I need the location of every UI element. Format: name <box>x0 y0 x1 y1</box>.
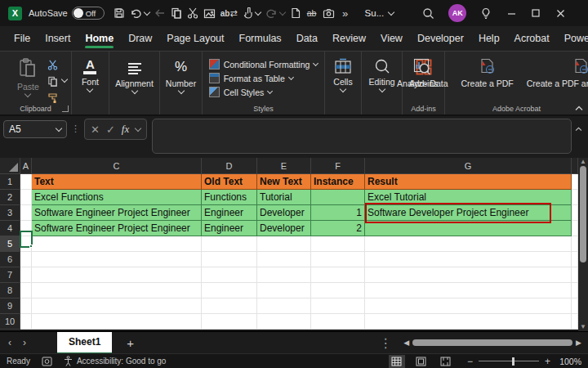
cell-A7[interactable] <box>20 267 32 283</box>
row-header-6[interactable]: 6 <box>0 252 20 267</box>
cell-E6[interactable] <box>257 252 311 267</box>
row-header-2[interactable]: 2 <box>0 190 20 205</box>
column-header-C[interactable]: C <box>32 158 202 174</box>
menu-tab-review[interactable]: Review <box>325 27 373 51</box>
cells-menu-button[interactable]: Cells <box>327 55 359 95</box>
select-all-corner[interactable] <box>0 158 20 174</box>
cell-sliver-8[interactable] <box>572 283 578 298</box>
cell-A3[interactable] <box>20 205 32 221</box>
cell-D10[interactable] <box>202 314 257 330</box>
undo-button[interactable] <box>127 2 152 25</box>
cell-C2[interactable]: Excel Functions <box>32 190 202 205</box>
row-header-10[interactable]: 10 <box>0 314 20 330</box>
cell-sliver-10[interactable] <box>572 314 578 330</box>
cell-D5[interactable] <box>202 236 257 252</box>
spreadsheet-grid[interactable]: ACDEFG1TextOld TextNew TextInstanceResul… <box>0 158 578 331</box>
cut-button-ribbon[interactable] <box>46 59 60 71</box>
expand-formula-bar-button[interactable] <box>572 119 585 132</box>
cell-E3[interactable]: Developer <box>257 205 311 221</box>
scroll-up-icon[interactable]: ▲ <box>580 159 586 165</box>
copy-button[interactable] <box>168 2 185 25</box>
cell-A10[interactable] <box>20 314 32 330</box>
cell-E7[interactable] <box>257 267 311 283</box>
cell-D4[interactable]: Engineer <box>202 221 257 236</box>
accessibility-status[interactable]: Accessibility: Good to go <box>77 357 167 366</box>
cell-C7[interactable] <box>32 267 202 283</box>
fill-handle[interactable] <box>29 245 33 248</box>
cell-D8[interactable] <box>202 283 257 298</box>
zoom-level[interactable]: 100% <box>557 357 581 366</box>
cell-sliver-5[interactable] <box>572 236 578 252</box>
create-pdf-share-button[interactable]: Create a PDF and Share link <box>520 55 588 92</box>
cell-A1[interactable] <box>20 174 32 190</box>
search-button[interactable] <box>420 2 437 25</box>
cell-sliver-1[interactable] <box>572 174 578 190</box>
clipboard-dialog-launcher[interactable] <box>62 105 69 112</box>
accessibility-icon[interactable] <box>64 356 73 366</box>
cell-G8[interactable] <box>365 283 572 298</box>
cell-F10[interactable] <box>311 314 365 330</box>
cell-A2[interactable] <box>20 190 32 205</box>
menu-tab-developer[interactable]: Developer <box>410 27 471 51</box>
cell-A8[interactable] <box>20 283 32 298</box>
close-button[interactable] <box>548 2 572 25</box>
cell-sliver-9[interactable] <box>572 298 578 314</box>
cell-C10[interactable] <box>32 314 202 330</box>
zoom-slider[interactable] <box>479 361 539 362</box>
menu-tab-formulas[interactable]: Formulas <box>232 27 289 51</box>
menu-tab-data[interactable]: Data <box>289 27 325 51</box>
cell-G10[interactable] <box>365 314 572 330</box>
cell-A9[interactable] <box>20 298 32 314</box>
cell-C3[interactable]: Software Engineer Project Engineer <box>32 205 202 221</box>
cell-styles-button[interactable]: Cell Styles <box>209 87 318 97</box>
cell-E1[interactable]: New Text <box>257 174 311 190</box>
menu-tab-insert[interactable]: Insert <box>38 27 78 51</box>
normal-view-button[interactable] <box>389 355 405 368</box>
cell-D7[interactable] <box>202 267 257 283</box>
more-commands-button[interactable]: » <box>337 2 354 25</box>
cell-F5[interactable] <box>311 236 365 252</box>
find-replace-button[interactable]: ab⇄ <box>218 2 240 25</box>
cell-D9[interactable] <box>202 298 257 314</box>
paste-picture-button[interactable] <box>201 2 218 25</box>
minimize-button[interactable] <box>499 2 523 25</box>
zoom-out-button[interactable]: − <box>467 356 473 367</box>
page-layout-view-button[interactable] <box>413 355 430 368</box>
column-header-D[interactable]: D <box>202 158 257 174</box>
create-pdf-button[interactable]: Create a PDF <box>455 55 520 92</box>
column-header-F[interactable]: F <box>311 158 365 174</box>
cell-G9[interactable] <box>365 298 572 314</box>
cell-F9[interactable] <box>311 298 365 314</box>
save-button[interactable] <box>111 2 127 25</box>
scroll-right-icon[interactable]: ▶ <box>576 339 581 347</box>
horizontal-scrollbar[interactable]: ⋮ ◀ ▶ <box>149 335 588 351</box>
next-sheet-button[interactable]: › <box>15 337 34 348</box>
cell-C8[interactable] <box>32 283 202 298</box>
row-header-9[interactable]: 9 <box>0 298 20 314</box>
document-title[interactable]: Su... <box>365 8 394 18</box>
row-header-5[interactable]: 5 <box>0 236 20 252</box>
format-painter-button[interactable] <box>46 92 60 104</box>
avatar[interactable]: AK <box>448 4 466 22</box>
insert-function-button[interactable]: fx <box>122 123 129 136</box>
cell-E2[interactable]: Tutorial <box>257 190 311 205</box>
menu-tab-power-pivot[interactable]: Power Pivot <box>557 27 588 51</box>
strikethrough-button[interactable]: ab <box>304 2 320 25</box>
cell-G5[interactable] <box>365 236 572 252</box>
scroll-down-icon[interactable]: ▼ <box>580 324 586 330</box>
cell-sliver-7[interactable] <box>572 267 578 283</box>
menu-tab-view[interactable]: View <box>373 27 410 51</box>
column-header-A[interactable]: A <box>20 158 32 174</box>
analyze-data-button[interactable]: Analyze Data <box>390 55 454 92</box>
collapse-ribbon-button[interactable] <box>575 105 583 111</box>
cell-C6[interactable] <box>32 252 202 267</box>
cell-sliver-3[interactable] <box>572 205 578 221</box>
cell-sliver-6[interactable] <box>572 252 578 267</box>
sheet-tab[interactable]: Sheet1 <box>57 332 112 354</box>
zoom-in-button[interactable]: + <box>545 356 550 367</box>
menu-tab-home[interactable]: Home <box>78 27 121 51</box>
tab-splitter[interactable]: ⋮ <box>371 335 400 351</box>
row-header-1[interactable]: 1 <box>0 174 20 190</box>
cell-F6[interactable] <box>311 252 365 267</box>
scroll-left-icon[interactable]: ◀ <box>403 339 409 347</box>
